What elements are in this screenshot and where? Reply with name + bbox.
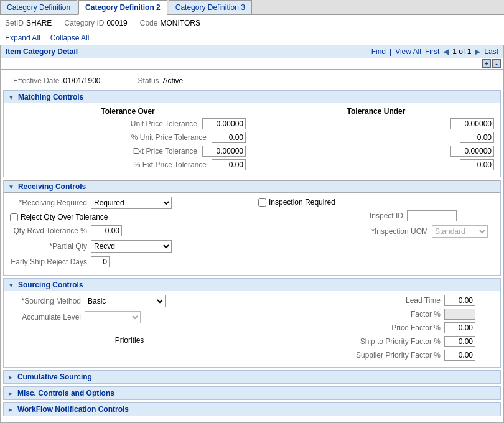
misc-controls-section: ► Misc. Controls and Options: [3, 386, 501, 400]
ext-price-under-input[interactable]: [450, 146, 494, 157]
receiving-required-select[interactable]: Required Optional None: [91, 197, 172, 209]
misc-controls-header[interactable]: ► Misc. Controls and Options: [4, 387, 500, 399]
add-remove-row: + -: [0, 58, 504, 70]
pct-unit-price-over-input[interactable]: [212, 132, 246, 143]
unit-price-tolerance-label: Unit Price Tolerance: [131, 119, 200, 128]
inspection-required-row: Inspection Required: [258, 198, 494, 207]
unit-price-over-row: Unit Price Tolerance: [10, 118, 246, 129]
sourcing-controls-header[interactable]: ▼ Sourcing Controls: [4, 279, 500, 291]
cumulative-sourcing-expand-icon: ►: [7, 374, 14, 381]
price-factor-pct-input[interactable]: [444, 322, 475, 333]
factor-pct-label: Factor %: [345, 310, 444, 318]
supplier-priority-label: Supplier Priority Factor %: [345, 351, 444, 360]
workflow-controls-header[interactable]: ► WorkFlow Notification Controls: [4, 403, 500, 416]
partial-qty-label: *Partial Qty: [10, 242, 91, 251]
expand-collapse-row: Expand All Collapse All: [0, 31, 504, 45]
nav-prev-icon[interactable]: ◀: [443, 47, 449, 56]
first-link[interactable]: First: [425, 47, 439, 56]
effective-date-value: 01/01/1900: [63, 77, 100, 85]
tab-category-definition-3[interactable]: Category Definition 3: [169, 0, 252, 14]
setid-label: SetID: [5, 19, 24, 27]
ext-price-over-row: Ext Price Tolerance: [10, 146, 246, 157]
tab-category-definition-2[interactable]: Category Definition 2: [78, 0, 167, 15]
setid-value: SHARE: [26, 19, 52, 27]
status-value: Active: [163, 77, 184, 85]
tolerance-under-header: Tolerance Under: [258, 107, 494, 116]
find-link[interactable]: Find: [371, 47, 386, 56]
partial-qty-select[interactable]: Recvd Accept Reject: [91, 240, 172, 253]
inspection-uom-select[interactable]: Standard: [432, 225, 488, 238]
remove-row-button[interactable]: -: [492, 59, 501, 68]
lead-time-input[interactable]: [444, 295, 475, 306]
supplier-priority-row: Supplier Priority Factor %: [255, 350, 494, 361]
pct-unit-price-under-input[interactable]: [460, 132, 494, 143]
pct-ext-price-over-row: % Ext Price Tolerance: [10, 159, 246, 170]
content-area: Effective Date 01/01/1900 Status Active …: [0, 70, 504, 423]
matching-controls-section: ▼ Matching Controls Tolerance Over Unit …: [3, 90, 501, 177]
qty-rcvd-row: Qty Rcvd Tolerance %: [10, 225, 246, 236]
cumulative-sourcing-section: ► Cumulative Sourcing: [3, 370, 501, 384]
effective-date-label: Effective Date: [13, 77, 59, 85]
price-factor-pct-row: Price Factor %: [255, 322, 494, 333]
last-link[interactable]: Last: [484, 47, 498, 56]
priorities-row: Priorities: [10, 336, 249, 345]
ship-priority-input[interactable]: [444, 336, 475, 347]
lead-time-label: Lead Time: [345, 296, 444, 305]
misc-controls-expand-icon: ►: [7, 390, 14, 397]
qty-rcvd-input[interactable]: [91, 225, 122, 236]
receiving-controls-section: ▼ Receiving Controls *Receiving Required…: [3, 180, 501, 276]
accumulate-level-select[interactable]: [85, 311, 141, 323]
workflow-controls-section: ► WorkFlow Notification Controls: [3, 402, 501, 416]
receiving-controls-header[interactable]: ▼ Receiving Controls: [4, 180, 500, 193]
code-value: MONITORS: [160, 19, 200, 27]
ext-price-over-input[interactable]: [202, 146, 246, 157]
early-ship-label: Early Ship Reject Days: [10, 258, 91, 266]
collapse-all-link[interactable]: Collapse All: [50, 34, 90, 42]
ship-priority-row: Ship to Priority Factor %: [255, 336, 494, 347]
category-id-label: Category ID: [64, 19, 104, 27]
early-ship-input[interactable]: [91, 256, 110, 267]
category-id-value: 00019: [106, 19, 127, 27]
item-category-detail-header: Item Category Detail Find | View All Fir…: [0, 45, 504, 58]
expand-all-link[interactable]: Expand All: [5, 34, 40, 42]
unit-price-under-row: [258, 118, 494, 129]
view-all-link[interactable]: View All: [395, 47, 421, 56]
item-category-detail-title: Item Category Detail: [6, 47, 78, 56]
price-factor-pct-label: Price Factor %: [345, 323, 444, 332]
add-row-button[interactable]: +: [482, 59, 491, 68]
reject-qty-checkbox[interactable]: [10, 213, 18, 221]
factor-pct-input[interactable]: [444, 309, 475, 320]
inspection-required-checkbox[interactable]: [258, 198, 266, 207]
nav-next-icon[interactable]: ▶: [475, 47, 480, 56]
receiving-required-label: *Receiving Required: [10, 198, 91, 207]
receiving-right: Inspection Required Inspect ID *Inspecti…: [258, 197, 494, 271]
workflow-controls-title: WorkFlow Notification Controls: [17, 405, 129, 414]
accumulate-level-row: Accumulate Level: [10, 311, 249, 323]
inspect-id-input[interactable]: [407, 210, 457, 221]
early-ship-row: Early Ship Reject Days: [10, 256, 246, 267]
receiving-collapse-icon: ▼: [8, 184, 14, 190]
supplier-priority-input[interactable]: [444, 350, 475, 361]
sourcing-controls-content: *Sourcing Method Basic Advanced Accumula…: [4, 291, 500, 367]
tab-category-definition[interactable]: Category Definition: [0, 0, 77, 14]
unit-price-over-input[interactable]: [202, 118, 246, 129]
pct-ext-price-under-input[interactable]: [460, 159, 494, 170]
sourcing-controls-section: ▼ Sourcing Controls *Sourcing Method Bas…: [3, 278, 501, 368]
sourcing-right: Lead Time Factor % Price Factor % Ship t…: [255, 295, 494, 363]
inspection-uom-label: *Inspection UOM: [363, 227, 432, 236]
tolerance-grid: Tolerance Over Unit Price Tolerance % Un…: [10, 107, 494, 173]
unit-price-under-input[interactable]: [450, 118, 494, 129]
pct-unit-price-under-row: [258, 132, 494, 143]
sourcing-left: *Sourcing Method Basic Advanced Accumula…: [10, 295, 249, 363]
status-label: Status: [138, 77, 159, 85]
receiving-controls-title: Receiving Controls: [18, 182, 86, 191]
pct-ext-price-tolerance-label: % Ext Price Tolerance: [134, 160, 209, 169]
cumulative-sourcing-header[interactable]: ► Cumulative Sourcing: [4, 371, 500, 383]
eff-status-row: Effective Date 01/01/1900 Status Active: [1, 74, 503, 88]
factor-pct-row: Factor %: [255, 309, 494, 320]
pct-ext-price-under-row: [258, 159, 494, 170]
pct-ext-price-over-input[interactable]: [212, 159, 246, 170]
matching-controls-header[interactable]: ▼ Matching Controls: [4, 91, 500, 103]
sourcing-method-select[interactable]: Basic Advanced: [85, 295, 166, 307]
reject-qty-label: Reject Qty Over Tolerance: [21, 213, 108, 221]
